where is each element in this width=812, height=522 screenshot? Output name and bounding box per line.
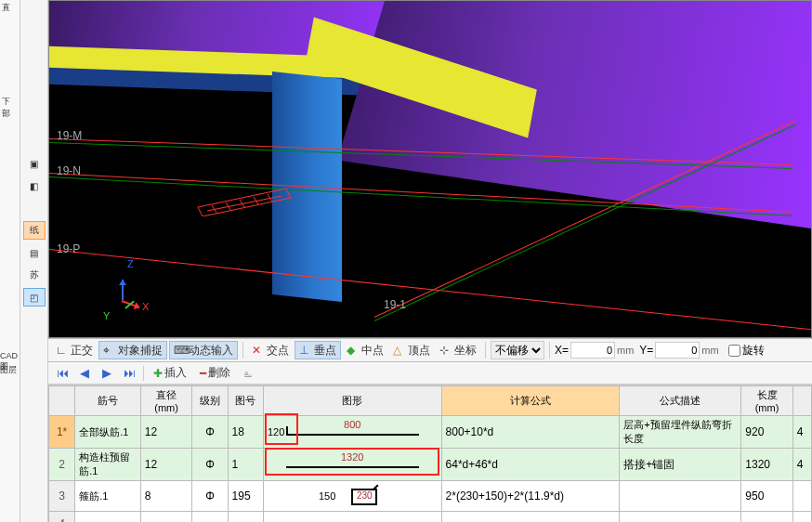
dyninput-icon: ⌨ <box>174 344 187 357</box>
left-panel-fragments: 直 下部 <box>0 0 20 522</box>
sidebar-icon-3[interactable]: ▤ <box>23 243 46 262</box>
shape-graphic-3: 150 230 <box>268 483 438 509</box>
sidebar-icon-1[interactable]: ▣ <box>23 154 46 173</box>
osnap-icon: ⌖ <box>103 344 116 357</box>
nav-toolbar: ⏮ ◀ ▶ ⏭ ✚插入 ━删除 ⎁ <box>48 362 812 385</box>
minus-icon: ━ <box>200 367 206 380</box>
3d-viewport[interactable]: 19-M 19-N 19-P 19-1 Z X Y <box>48 0 812 338</box>
extra-tool-icon[interactable]: ⎁ <box>240 365 256 382</box>
plus-icon: ✚ <box>153 367 163 380</box>
coord-icon: ⊹ <box>439 344 452 357</box>
shape-graphic-1: 120 800 <box>268 419 438 445</box>
row-num-1[interactable]: 1* <box>49 416 75 449</box>
table-header-row: 筋号 直径(mm) 级别 图号 图形 计算公式 公式描述 长度(mm) <box>49 386 812 416</box>
intersect-button[interactable]: ✕交点 <box>248 341 293 359</box>
apex-button[interactable]: △顶点 <box>389 341 434 359</box>
dyninput-button[interactable]: ⌨动态输入 <box>169 341 238 359</box>
axis-label-19m: 19-M <box>57 129 82 142</box>
apex-icon: △ <box>393 344 406 357</box>
insert-button[interactable]: ✚插入 <box>150 364 190 383</box>
axis-label-19n: 19-N <box>57 164 81 177</box>
col-desc[interactable]: 公式描述 <box>620 386 741 416</box>
highlight-box-1 <box>265 413 298 445</box>
table-row[interactable]: 2 构造柱预留筋.1 12 Φ 1 1320 64*d+46*d <box>49 449 812 481</box>
perp-icon: ⊥ <box>299 344 312 357</box>
col-len[interactable]: 长度(mm) <box>741 386 792 416</box>
x-input[interactable] <box>570 342 615 359</box>
col-dia[interactable]: 直径(mm) <box>140 386 191 416</box>
col-fig[interactable]: 图号 <box>228 386 263 416</box>
row-num-4[interactable]: 4 <box>49 512 75 523</box>
axis-gizmo: Z X Y <box>105 277 142 314</box>
sidebar-tab-su[interactable]: 苏 <box>23 266 46 284</box>
col-shape[interactable]: 图形 <box>263 386 441 416</box>
rotate-label: 旋转 <box>742 343 765 359</box>
left-sidebar: ▣ ◧ 纸 ▤ 苏 ◰ <box>20 0 48 522</box>
row-num-2[interactable]: 2 <box>49 449 75 481</box>
svg-line-5 <box>207 196 282 211</box>
shape-graphic-2: 1320 <box>268 451 438 477</box>
snap-toolbar: ∟正交 ⌖对象捕捉 ⌨动态输入 ✕交点 ⊥垂点 ◆中点 △顶点 ⊹坐标 不偏移 … <box>48 338 812 362</box>
col-name[interactable]: 筋号 <box>75 386 141 416</box>
intersect-icon: ✕ <box>252 344 265 357</box>
y-label: Y= <box>639 344 653 357</box>
highlight-box-2 <box>265 448 439 476</box>
sidebar-icon-4[interactable]: ◰ <box>23 288 46 307</box>
col-grade[interactable]: 级别 <box>192 386 228 416</box>
perp-button[interactable]: ⊥垂点 <box>295 341 341 359</box>
table-row[interactable]: 3 箍筋.1 8 Φ 195 150 230 2*(230+150)+ <box>49 481 812 512</box>
ortho-icon: ∟ <box>56 344 69 357</box>
table-row[interactable]: 1* 全部纵筋.1 12 Φ 18 120 800 <box>49 416 812 449</box>
axis-label-19p: 19-P <box>57 242 80 255</box>
nav-prev-icon[interactable]: ◀ <box>76 365 93 382</box>
left-note-layer: 图层 <box>0 364 19 376</box>
mid-button[interactable]: ◆中点 <box>343 341 387 359</box>
delete-button[interactable]: ━删除 <box>196 364 234 383</box>
col-formula[interactable]: 计算公式 <box>441 386 620 416</box>
y-unit: mm <box>701 345 718 356</box>
sidebar-tab-paper[interactable]: 纸 <box>23 221 46 240</box>
rotate-checkbox[interactable] <box>728 345 740 357</box>
table-row[interactable]: 4 <box>49 512 812 523</box>
coord-button[interactable]: ⊹坐标 <box>436 341 480 359</box>
nav-first-icon[interactable]: ⏮ <box>54 365 71 382</box>
osnap-button[interactable]: ⌖对象捕捉 <box>98 341 167 359</box>
row-num-3[interactable]: 3 <box>49 481 75 512</box>
nav-last-icon[interactable]: ⏭ <box>121 365 138 382</box>
hatch-region <box>193 179 295 216</box>
ortho-button[interactable]: ∟正交 <box>52 341 97 359</box>
x-label: X= <box>555 344 569 357</box>
x-unit: mm <box>617 345 634 356</box>
sidebar-icon-2[interactable]: ◧ <box>23 176 46 195</box>
axis-label-19-1: 19-1 <box>384 298 406 311</box>
y-input[interactable] <box>655 342 700 359</box>
nav-next-icon[interactable]: ▶ <box>98 365 115 382</box>
mid-icon: ◆ <box>347 344 360 357</box>
offset-select[interactable]: 不偏移 <box>491 341 544 359</box>
rebar-table[interactable]: 筋号 直径(mm) 级别 图号 图形 计算公式 公式描述 长度(mm) 1* <box>48 385 812 522</box>
